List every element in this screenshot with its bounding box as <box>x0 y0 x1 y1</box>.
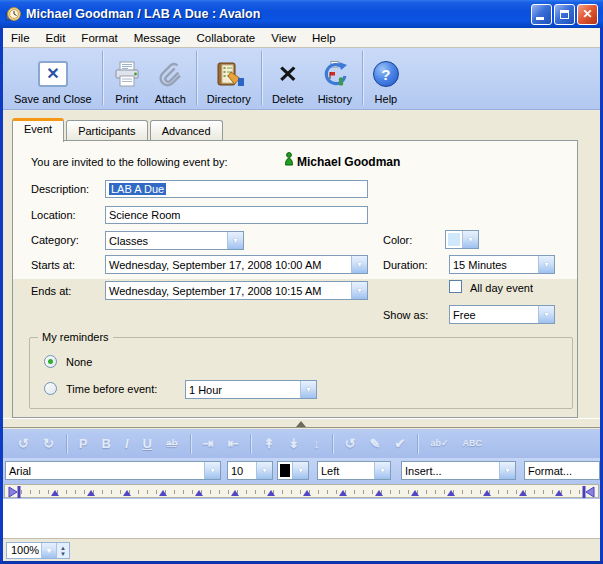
directory-button[interactable]: Directory <box>200 51 258 107</box>
duration-select[interactable]: 15 Minutes ▼ <box>449 255 555 274</box>
menu-collaborate[interactable]: Collaborate <box>188 32 263 44</box>
menu-edit[interactable]: Edit <box>38 32 74 44</box>
approve-icon[interactable]: ✔ <box>395 437 406 450</box>
ruler-tab-stop[interactable] <box>447 490 455 496</box>
location-input[interactable]: Science Room <box>105 206 368 224</box>
pen-icon[interactable]: ✎ <box>370 437 381 450</box>
menu-format[interactable]: Format <box>73 32 125 44</box>
zoom-control[interactable]: 100% ▼ ▲▼ <box>6 542 70 559</box>
tab-strip: Event Participants Advanced <box>12 118 225 141</box>
dropdown-arrow-icon[interactable]: ▼ <box>292 462 308 479</box>
help-button[interactable]: ? Help <box>366 51 406 107</box>
minimize-icon <box>536 17 544 20</box>
ruler-tab-stop[interactable] <box>195 490 203 496</box>
revert-icon[interactable]: ↺ <box>345 437 356 450</box>
dropdown-arrow-icon[interactable]: ▼ <box>499 462 515 479</box>
color-select[interactable]: ▼ <box>445 230 479 249</box>
reminder-time-radio[interactable] <box>44 382 57 395</box>
undo-icon[interactable]: ↺ <box>18 437 29 450</box>
titlebar[interactable]: Michael Goodman / LAB A Due : Avalon ✕ <box>0 0 603 28</box>
menu-message[interactable]: Message <box>126 32 189 44</box>
pane-splitter[interactable] <box>3 418 600 428</box>
print-button[interactable]: Print <box>106 51 148 107</box>
all-day-label[interactable]: All day event <box>470 282 533 294</box>
zoom-spinner[interactable]: ▲▼ <box>56 543 69 558</box>
reminder-time-select[interactable]: 1 Hour ▼ <box>185 380 317 399</box>
reminder-none-radio[interactable] <box>44 355 57 368</box>
ruler-tab-stop[interactable] <box>231 490 239 496</box>
delete-label: Delete <box>272 93 304 105</box>
spellcheck-all-icon[interactable]: ABC <box>462 439 482 448</box>
spellcheck-icon[interactable]: ab✓ <box>430 439 448 448</box>
zoom-dropdown-icon[interactable]: ▼ <box>41 543 56 558</box>
ruler-tab-stop[interactable] <box>87 490 95 496</box>
close-button[interactable]: ✕ <box>577 4 598 25</box>
ruler-tab-stop[interactable] <box>483 490 491 496</box>
description-input[interactable]: LAB A Due <box>105 180 368 198</box>
ruler-tab-stop[interactable] <box>303 490 311 496</box>
dropdown-arrow-icon[interactable]: ▼ <box>538 256 554 273</box>
indent-increase-icon[interactable]: ⇥ <box>203 437 214 450</box>
all-day-checkbox[interactable] <box>449 280 462 293</box>
history-button[interactable]: History <box>311 51 359 107</box>
starts-at-select[interactable]: Wednesday, September 17, 2008 10:00 AM ▼ <box>105 255 368 274</box>
save-and-close-button[interactable]: ✕ Save and Close <box>7 51 99 107</box>
maximize-icon <box>560 10 569 19</box>
ruler-tab-stop[interactable] <box>519 490 527 496</box>
dropdown-arrow-icon[interactable]: ▼ <box>351 282 367 299</box>
reminder-none-label[interactable]: None <box>66 356 92 368</box>
dropdown-arrow-icon[interactable]: ▼ <box>351 256 367 273</box>
redo-icon[interactable]: ↻ <box>43 437 54 450</box>
tab-event[interactable]: Event <box>12 118 64 142</box>
dropdown-arrow-icon[interactable]: ▼ <box>300 381 316 398</box>
underline-icon[interactable]: U <box>143 437 152 450</box>
ruler-tab-stop[interactable] <box>339 490 347 496</box>
font-color-select[interactable]: ▼ <box>277 461 309 480</box>
ruler-tab-stop[interactable] <box>123 490 131 496</box>
dropdown-arrow-icon[interactable]: ▼ <box>538 306 554 323</box>
menu-help[interactable]: Help <box>304 32 344 44</box>
font-size-select[interactable]: 10 ▼ <box>227 461 273 480</box>
align-select[interactable]: Left ▼ <box>317 461 391 480</box>
ruler-tab-stop[interactable] <box>51 490 59 496</box>
insert-arrow-icon[interactable]: ↓ <box>313 437 320 450</box>
italic-icon[interactable]: I <box>125 437 129 450</box>
maximize-button[interactable] <box>554 4 575 25</box>
font-family-select[interactable]: Arial ▼ <box>5 461 221 480</box>
ruler-tab-stop[interactable] <box>411 490 419 496</box>
ruler-tab-stop[interactable] <box>375 490 383 496</box>
toolbar-separator <box>417 434 418 454</box>
dropdown-arrow-icon[interactable]: ▼ <box>462 231 478 248</box>
minimize-button[interactable] <box>531 4 552 25</box>
menu-file[interactable]: File <box>3 32 38 44</box>
menu-view[interactable]: View <box>263 32 304 44</box>
attach-button[interactable]: Attach <box>148 51 193 107</box>
dropdown-arrow-icon[interactable]: ▼ <box>227 232 243 249</box>
category-select[interactable]: Classes ▼ <box>105 231 244 250</box>
dropdown-arrow-icon[interactable]: ▼ <box>204 462 220 479</box>
ruler-tab-stop[interactable] <box>267 490 275 496</box>
move-down-icon[interactable]: ↡ <box>288 437 299 450</box>
indent-decrease-icon[interactable]: ⇤ <box>227 437 238 450</box>
spinner-down-icon[interactable]: ▼ <box>60 551 66 557</box>
format-select[interactable]: Format... <box>524 461 600 480</box>
ruler-tab-stop[interactable] <box>555 490 563 496</box>
tab-advanced[interactable]: Advanced <box>150 120 223 141</box>
insert-select[interactable]: Insert... ▼ <box>401 461 516 480</box>
tab-participants[interactable]: Participants <box>66 120 147 141</box>
reminder-time-label[interactable]: Time before event: <box>66 383 157 395</box>
ends-at-select[interactable]: Wednesday, September 17, 2008 10:15 AM ▼ <box>105 281 368 300</box>
plain-style-icon[interactable]: P <box>79 437 88 450</box>
strikethrough-icon[interactable]: ab <box>166 439 178 449</box>
bold-icon[interactable]: B <box>101 437 110 450</box>
dropdown-arrow-icon[interactable]: ▼ <box>374 462 390 479</box>
message-body-area[interactable] <box>3 499 600 538</box>
ruler-right-indent-marker[interactable] <box>582 486 595 498</box>
ruler-left-indent-marker[interactable] <box>8 486 21 498</box>
splitter-grip-icon[interactable] <box>296 421 306 427</box>
dropdown-arrow-icon[interactable]: ▼ <box>256 462 272 479</box>
delete-button[interactable]: ✕ Delete <box>265 51 311 107</box>
ruler-tab-stop[interactable] <box>159 490 167 496</box>
show-as-select[interactable]: Free ▼ <box>449 305 555 324</box>
move-up-icon[interactable]: ↟ <box>263 437 274 450</box>
